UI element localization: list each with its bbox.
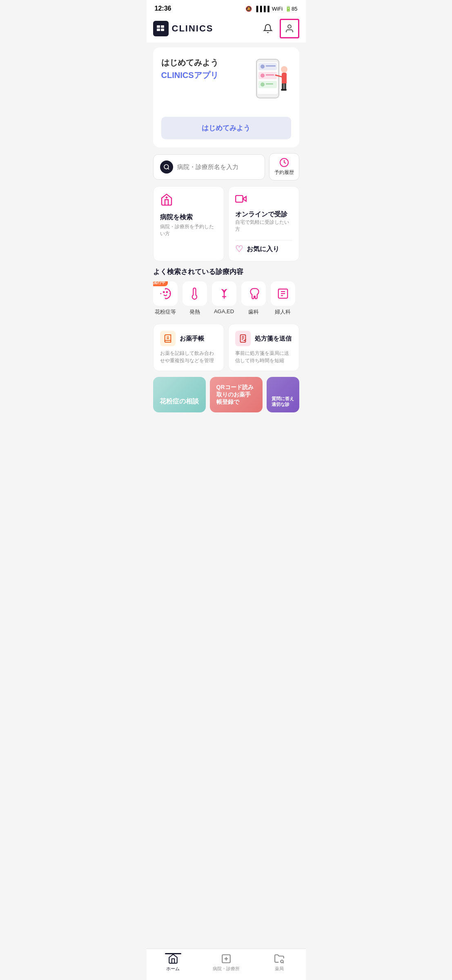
promo-qr-text: QRコード読み取りのお薬手帳登録で (216, 383, 256, 406)
promo-row: 花粉症の相談 QRコード読み取りのお薬手帳登録で 質問に答え適切な診 (153, 377, 299, 412)
svg-point-23 (164, 165, 169, 169)
svg-point-4 (288, 25, 291, 28)
svg-rect-20 (284, 83, 286, 90)
prescription-title: 処方箋を送信 (255, 335, 292, 343)
svg-point-8 (261, 65, 265, 69)
svg-rect-19 (282, 83, 284, 90)
medicine-notebook-header: お薬手帳 (160, 331, 217, 346)
main-content: はじめてみよう CLINICSアプリ (147, 42, 306, 464)
logo: CLINICS (153, 21, 214, 36)
aga-icon-wrap (212, 281, 236, 306)
fever-icon-wrap (183, 281, 207, 306)
signal-icon: ▐▐▐▐ (254, 6, 269, 12)
banner-card: はじめてみよう CLINICSアプリ (153, 47, 299, 147)
notification-button[interactable] (259, 20, 276, 37)
banner-title: はじめてみよう (161, 57, 246, 68)
svg-rect-0 (157, 25, 160, 28)
prescription-desc: 事前に処方箋を薬局に送信して待ち時間を短縮 (235, 350, 292, 364)
svg-rect-9 (266, 65, 276, 67)
bottom-spacer (153, 418, 299, 459)
online-title: オンラインで受診 (235, 210, 292, 219)
search-icon (160, 160, 173, 174)
svg-rect-1 (157, 29, 160, 31)
prescription-card[interactable]: 処方箋を送信 事前に処方箋を薬局に送信して待ち時間を短縮 (228, 324, 299, 371)
medicine-notebook-desc: お薬を記録して飲み合わせや重複投与などを管理 (160, 350, 217, 364)
phone-illustration (246, 57, 291, 114)
trending-badge: 流行中 (153, 281, 168, 286)
start-button[interactable]: はじめてみよう (161, 117, 291, 139)
category-hayfever[interactable]: 流行中 花粉症等 (153, 281, 178, 316)
online-section[interactable]: オンラインで受診 自宅で気軽に受診したい方 (235, 193, 292, 233)
svg-rect-3 (161, 29, 164, 31)
gynecology-label: 婦人科 (275, 308, 291, 316)
category-scroll: 流行中 花粉症等 発熱 (153, 281, 299, 317)
header-actions (259, 19, 299, 38)
hospital-search-desc: 病院・診療所を予約したい方 (160, 223, 217, 237)
promo-qr-card[interactable]: QRコード読み取りのお薬手帳登録で (210, 377, 263, 412)
promo-question-text: 質問に答え適切な診 (272, 396, 294, 408)
history-button[interactable]: 予約履歴 (269, 153, 299, 180)
svg-point-31 (166, 292, 167, 293)
hayfever-icon-wrap: 流行中 (153, 281, 178, 306)
favorites-label: お気に入り (247, 245, 279, 254)
video-icon (235, 193, 292, 207)
prescription-icon (235, 331, 251, 346)
svg-point-11 (261, 74, 265, 78)
hospital-icon (160, 193, 217, 209)
banner-content: はじめてみよう CLINICSアプリ (161, 57, 291, 110)
history-label: 予約履歴 (274, 169, 294, 176)
banner-text: はじめてみよう CLINICSアプリ (161, 57, 246, 81)
banner-illustration (246, 57, 291, 110)
status-icons: 🔕 ▐▐▐▐ WiFi 🔋85 (245, 6, 297, 12)
profile-button[interactable] (280, 19, 299, 38)
aga-label: AGA,ED (214, 308, 234, 314)
hospital-search-card[interactable]: 病院を検索 病院・診療所を予約したい方 (153, 186, 224, 261)
logo-icon (153, 21, 169, 36)
logo-text: CLINICS (172, 23, 214, 34)
feature-cards-row: お薬手帳 お薬を記録して飲み合わせや重複投与などを管理 処方箋を送信 事前に処方… (153, 324, 299, 371)
banner-subtitle: CLINICSアプリ (161, 70, 246, 81)
svg-marker-28 (243, 196, 246, 201)
online-desc: 自宅で気軽に受診したい方 (235, 219, 292, 233)
wifi-icon: WiFi (272, 6, 283, 12)
svg-rect-17 (282, 73, 287, 84)
category-dental[interactable]: 歯科 (241, 281, 266, 316)
dental-label: 歯科 (248, 308, 259, 316)
action-cards-row: 病院を検索 病院・診療所を予約したい方 オンラインで受診 自宅で気軽に受診したい… (153, 186, 299, 261)
gynecology-icon-wrap (271, 281, 295, 306)
svg-line-24 (168, 168, 169, 169)
hospital-search-title: 病院を検索 (160, 213, 217, 222)
category-gynecology[interactable]: 婦人科 (271, 281, 295, 316)
search-box[interactable] (153, 154, 265, 180)
heart-icon: ♡ (235, 244, 243, 254)
prescription-header: 処方箋を送信 (235, 331, 292, 346)
svg-rect-22 (283, 89, 287, 91)
svg-rect-29 (236, 196, 243, 202)
mute-icon: 🔕 (245, 6, 252, 12)
svg-point-30 (163, 292, 165, 293)
status-time: 12:36 (155, 5, 171, 12)
divider (235, 240, 292, 241)
category-aga[interactable]: AGA,ED (212, 281, 236, 316)
status-bar: 12:36 🔕 ▐▐▐▐ WiFi 🔋85 (147, 0, 306, 15)
category-fever[interactable]: 発熱 (183, 281, 207, 316)
medicine-notebook-card[interactable]: お薬手帳 お薬を記録して飲み合わせや重複投与などを管理 (153, 324, 224, 371)
promo-hayfever-text: 花粉症の相談 (160, 397, 199, 406)
dental-icon-wrap (241, 281, 266, 306)
medicine-notebook-title: お薬手帳 (180, 335, 204, 343)
svg-point-14 (261, 82, 265, 87)
svg-rect-12 (266, 74, 274, 76)
search-input[interactable] (177, 163, 258, 170)
promo-question-card[interactable]: 質問に答え適切な診 (267, 377, 299, 412)
favorites-row[interactable]: ♡ お気に入り (235, 244, 292, 254)
search-row: 予約履歴 (153, 153, 299, 180)
svg-point-16 (281, 66, 287, 73)
promo-hayfever-card[interactable]: 花粉症の相談 (153, 377, 206, 412)
svg-rect-15 (266, 83, 273, 85)
notebook-icon (160, 331, 176, 346)
battery-icon: 🔋85 (285, 6, 297, 12)
online-fav-card: オンラインで受診 自宅で気軽に受診したい方 ♡ お気に入り (228, 186, 299, 261)
svg-rect-2 (161, 25, 164, 28)
header: CLINICS (147, 15, 306, 42)
hayfever-label: 花粉症等 (155, 308, 176, 316)
